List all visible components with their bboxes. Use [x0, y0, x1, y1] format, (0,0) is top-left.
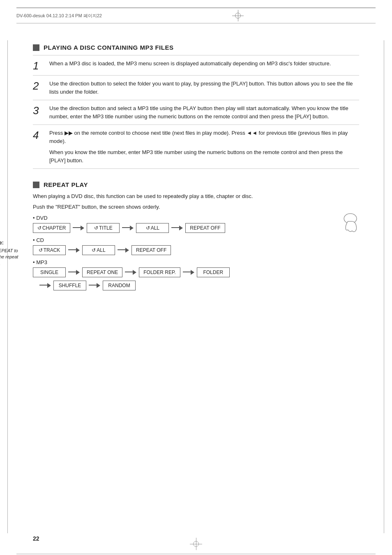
- cd-track-box: ↺TRACK: [33, 245, 66, 255]
- mp3-repeat-one-box: REPEAT ONE: [82, 267, 122, 277]
- note-box: Note: Push REPEAT to cancel the repeat f…: [0, 240, 29, 267]
- mp3-arrow-5: [89, 282, 100, 289]
- dvd-flow-row: ↺CHAPTER ↺TITLE ↺ALL REPEAT OFF: [33, 223, 359, 233]
- page-number: 22: [33, 535, 39, 542]
- dvd-section: • DVD ↺CHAPTER ↺TITLE ↺ALL: [33, 215, 359, 233]
- main-content: PLAYING A DISC CONTAINING MP3 FILES 1 Wh…: [33, 23, 359, 290]
- mp3-label: • MP3: [33, 259, 359, 265]
- cd-section: • CD ↺TRACK ↺ALL REPEAT OFF: [33, 237, 359, 255]
- mp3-shuffle-box: SHUFFLE: [53, 281, 86, 290]
- top-crosshair: [232, 10, 244, 21]
- mp3-arrow-4: [39, 282, 51, 289]
- section1-marker: [33, 44, 39, 51]
- mp3-folder-box: FOLDER: [197, 267, 230, 277]
- step-3-number: 3: [33, 104, 49, 116]
- cd-arrow-1: [68, 247, 80, 253]
- note-title: Note:: [0, 240, 29, 246]
- section1-header: PLAYING A DISC CONTAINING MP3 FILES: [33, 44, 359, 51]
- top-bar: DV-600-desuk 04.12.10 2:14 PM 페이지22: [16, 7, 376, 23]
- step-1-text: When a MP3 disc is loaded, the MP3 menu …: [49, 60, 359, 68]
- dvd-repeat-off-box: REPEAT OFF: [185, 223, 225, 233]
- cd-arrow-2: [118, 247, 129, 253]
- bottom-border: [16, 554, 376, 554]
- step-3-text: Use the direction button and select a MP…: [49, 104, 359, 120]
- mp3-random-box: RANDOM: [103, 281, 136, 290]
- dvd-arrow-3: [171, 225, 183, 231]
- note-text: Push REPEAT to cancel the repeat functio…: [0, 248, 29, 267]
- section2-title: REPEAT PLAY: [44, 181, 88, 188]
- step-1-number: 1: [33, 60, 49, 71]
- cd-flow-row: ↺TRACK ↺ALL REPEAT OFF: [33, 245, 359, 255]
- step-2-text: Use the direction button to select the f…: [49, 80, 359, 96]
- repeat-intro1: When playing a DVD disc, this function c…: [33, 192, 359, 200]
- mp3-single-box: SINGLE: [33, 267, 66, 277]
- header-right-text: [374, 13, 376, 18]
- step-4-number: 4: [33, 129, 49, 140]
- note-title-text: Note:: [0, 240, 4, 246]
- section1-title: PLAYING A DISC CONTAINING MP3 FILES: [44, 44, 173, 51]
- step-4: 4 Press ▶▶ on the remote control to choo…: [33, 125, 359, 169]
- mp3-flow-row-2: SHUFFLE RANDOM: [37, 281, 359, 290]
- dvd-chapter-box: ↺CHAPTER: [33, 223, 70, 233]
- right-margin-line: [384, 40, 385, 533]
- repeat-intro2: Push the "REPEAT" button, the screen sho…: [33, 203, 359, 211]
- page: DV-600-desuk 04.12.10 2:14 PM 페이지22 PLAY…: [0, 7, 392, 555]
- section2: REPEAT PLAY When playing a DVD disc, thi…: [33, 181, 359, 290]
- section2-marker: [33, 182, 39, 188]
- step-3: 3 Use the direction button and select a …: [33, 100, 359, 125]
- cd-all-box: ↺ALL: [82, 245, 115, 255]
- dvd-label: • DVD: [33, 215, 359, 221]
- mp3-arrow-1: [68, 269, 80, 276]
- dvd-title-box: ↺TITLE: [87, 223, 120, 233]
- section2-header: REPEAT PLAY: [33, 181, 359, 188]
- header-left-text: DV-600-desuk 04.12.10 2:14 PM 페이지22: [16, 13, 102, 19]
- cd-repeat-off-box: REPEAT OFF: [131, 245, 171, 255]
- mp3-flow-row-1: SINGLE REPEAT ONE FOLDER REP. FOLDER: [33, 267, 359, 277]
- mp3-arrow-2: [125, 269, 136, 276]
- step-2: 2 Use the direction button to select the…: [33, 76, 359, 100]
- left-margin-line: [7, 40, 8, 533]
- dvd-arrow-2: [122, 225, 134, 231]
- mp3-section: • MP3 SINGLE REPEAT ONE FOLDER REP.: [33, 259, 359, 290]
- repeat-diagram: Note: Push REPEAT to cancel the repeat f…: [33, 215, 359, 290]
- dvd-arrow-1: [73, 225, 84, 231]
- steps-container: 1 When a MP3 disc is loaded, the MP3 men…: [33, 55, 359, 169]
- mp3-folder-rep-box: FOLDER REP.: [139, 267, 180, 277]
- dvd-all-box: ↺ALL: [136, 223, 169, 233]
- step-4-text-part2: When you know the title number, enter MP…: [49, 148, 359, 164]
- step-1: 1 When a MP3 disc is loaded, the MP3 men…: [33, 55, 359, 76]
- bottom-crosshair: [190, 538, 202, 550]
- step-2-number: 2: [33, 80, 49, 91]
- mp3-arrow-3: [183, 269, 194, 276]
- cd-label: • CD: [33, 237, 359, 243]
- step-4-text-part1: Press ▶▶ on the remote control to choose…: [49, 129, 359, 145]
- remote-icon: [334, 211, 359, 235]
